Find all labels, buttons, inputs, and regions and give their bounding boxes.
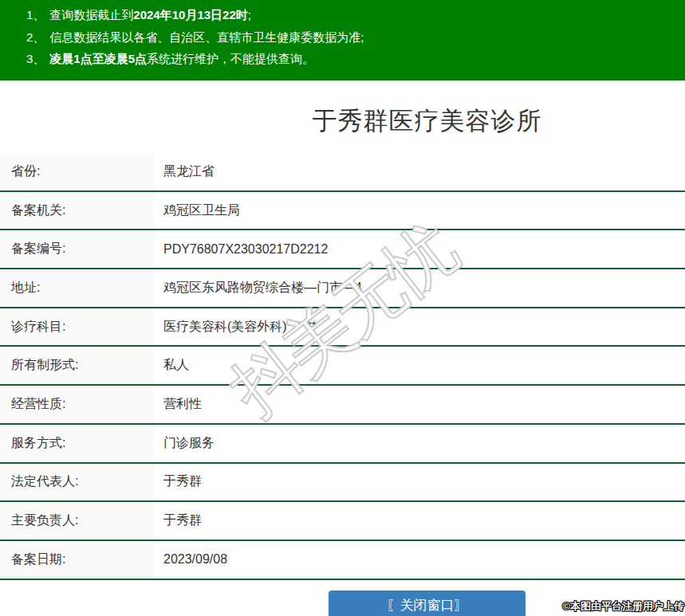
notice-number: 1、: [26, 8, 45, 22]
details-table: 省份: 黑龙江省 备案机关: 鸡冠区卫生局 备案编号: PDY76807X230…: [0, 153, 685, 580]
row-label: 省份:: [0, 153, 154, 190]
table-row-legal-representative: 法定代表人: 于秀群: [0, 464, 685, 503]
row-label: 经营性质:: [0, 386, 154, 423]
row-value: 鸡冠区东风路物贸综合楼—门市—4: [154, 269, 685, 307]
row-value: 门诊服务: [154, 425, 685, 462]
notice-number: 3、: [26, 52, 45, 65]
notice-text-bold: 凌晨1点至凌晨5点: [49, 52, 147, 65]
table-row-province: 省份: 黑龙江省: [0, 153, 685, 192]
row-label: 备案编号:: [0, 230, 154, 268]
table-row-service-mode: 服务方式: 门诊服务: [0, 425, 685, 464]
row-value: 于秀群: [154, 464, 685, 501]
table-row-ownership: 所有制形式: 私人: [0, 347, 685, 386]
title-area: 于秀群医疗美容诊所: [169, 80, 685, 153]
row-value: 营利性: [154, 386, 685, 423]
row-label: 法定代表人:: [0, 464, 154, 501]
notice-line-3: 3、凌晨1点至凌晨5点系统进行维护，不能提供查询。: [26, 48, 677, 70]
row-value: 私人: [154, 347, 685, 384]
row-label: 备案日期:: [0, 541, 154, 579]
table-row-filing-authority: 备案机关: 鸡冠区卫生局: [0, 192, 685, 231]
row-value: 黑龙江省: [154, 153, 685, 190]
notice-number: 2、: [26, 30, 45, 44]
table-row-treatment-subjects: 诊疗科目: 医疗美容科(美容外科)******: [0, 308, 685, 347]
row-value: 于秀群: [154, 502, 685, 539]
row-value: 鸡冠区卫生局: [154, 192, 685, 230]
notice-text-bold: 2024年10月13日22时: [133, 8, 247, 22]
notice-text: 查询数据截止到: [49, 8, 133, 22]
table-row-filing-date: 备案日期: 2023/09/08: [0, 541, 685, 580]
row-label: 所有制形式:: [0, 347, 154, 384]
row-value: PDY76807X23030217D2212: [154, 230, 685, 268]
notice-line-2: 2、信息数据结果以各省、自治区、直辖市卫生健康委数据为准;: [26, 26, 677, 49]
notice-text: 系统进行维护，不能提供查询。: [147, 52, 314, 65]
corner-upload-note: ©本图由平台注册用户上传: [562, 599, 684, 614]
table-row-business-nature: 经营性质: 营利性: [0, 386, 685, 425]
row-value: 医疗美容科(美容外科)******: [154, 308, 685, 346]
row-label: 地址:: [0, 269, 154, 307]
table-row-address: 地址: 鸡冠区东风路物贸综合楼—门市—4: [0, 269, 685, 308]
row-value: 2023/09/08: [154, 541, 685, 579]
table-row-filing-number: 备案编号: PDY76807X23030217D2212: [0, 230, 685, 269]
notice-text: ;: [248, 8, 251, 22]
page-title: 于秀群医疗美容诊所: [313, 107, 542, 135]
row-label: 诊疗科目:: [0, 308, 154, 346]
row-label: 备案机关:: [0, 192, 154, 230]
row-label: 服务方式:: [0, 425, 154, 462]
table-row-principal: 主要负责人: 于秀群: [0, 502, 685, 541]
close-window-button[interactable]: 〖关闭窗口〗: [329, 590, 526, 616]
notice-text: 信息数据结果以各省、自治区、直辖市卫生健康委数据为准;: [49, 30, 364, 44]
notice-line-1: 1、查询数据截止到2024年10月13日22时;: [26, 4, 677, 26]
notice-bar: 1、查询数据截止到2024年10月13日22时; 2、信息数据结果以各省、自治区…: [0, 0, 685, 80]
row-label: 主要负责人:: [0, 502, 154, 539]
